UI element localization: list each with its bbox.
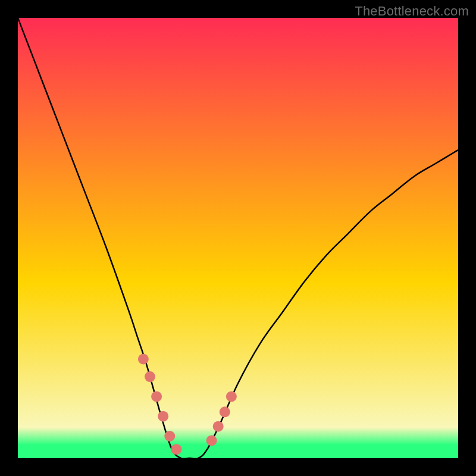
watermark-text: TheBottleneck.com [355,4,469,19]
marker-dot [213,421,224,432]
bottleneck-chart [18,18,458,458]
marker-dot [220,406,230,417]
marker-dot [206,435,217,446]
chart-svg [18,18,458,458]
frame: TheBottleneck.com [0,0,476,476]
marker-dot [226,391,237,402]
marker-dot [164,431,175,441]
marker-dot [151,391,162,402]
marker-dot [171,444,181,455]
marker-dot [145,371,155,382]
marker-dot [158,411,168,422]
marker-dot [138,354,149,365]
chart-background [18,18,458,458]
